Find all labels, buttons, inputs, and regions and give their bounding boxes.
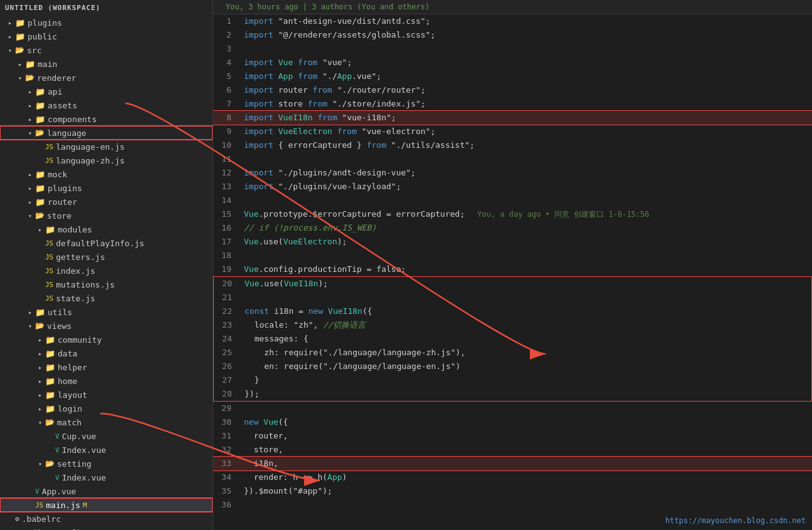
line-number: 20: [214, 277, 242, 291]
code-line-17: 17Vue.use(VueElectron);: [213, 235, 812, 249]
folder-icon: 📁: [35, 308, 45, 317]
tree-label: data: [58, 349, 77, 358]
tree-item-plugins2[interactable]: 📁plugins: [0, 181, 213, 195]
tree-item-language-en[interactable]: JSlanguage-en.js: [0, 140, 213, 153]
tree-label: plugins: [28, 18, 62, 28]
line-content: import { errorCaptured } from "./utils/a…: [241, 138, 812, 152]
tree-item-getters[interactable]: JSgetters.js: [0, 250, 213, 264]
line-number: 17: [213, 235, 241, 249]
line-number: 31: [213, 429, 241, 443]
tree-label: main: [38, 60, 57, 69]
line-number: 12: [213, 166, 241, 180]
tree-item-assets[interactable]: 📁assets: [0, 98, 213, 112]
tree-item-login[interactable]: 📁login: [0, 402, 213, 415]
js-file-icon: JS: [45, 157, 53, 165]
tree-item-plugins[interactable]: 📁plugins: [0, 16, 213, 29]
code-line-9: 9import VueElectron from "vue-electron";: [213, 125, 812, 138]
tree-item-helper[interactable]: 📁helper: [0, 360, 213, 374]
tree-item-setting-index[interactable]: VIndex.vue: [0, 470, 213, 484]
line-number: 26: [214, 360, 242, 373]
code-line-3: 3: [213, 42, 812, 56]
code-line-29: 29: [213, 402, 812, 415]
tree-item-api[interactable]: 📁api: [0, 85, 213, 98]
tree-item-indexjs[interactable]: JSindex.js: [0, 264, 213, 278]
folder-icon: 📁: [25, 60, 35, 69]
tree-item-language-zh[interactable]: JSlanguage-zh.js: [0, 153, 213, 167]
code-line-11: 11: [213, 152, 812, 166]
tree-item-router[interactable]: 📁router: [0, 195, 213, 209]
folder-icon: 📁: [45, 390, 55, 400]
line-number: 4: [213, 56, 241, 70]
line-content: zh: require("./language/language-zh.js")…: [242, 346, 811, 360]
tree-item-components[interactable]: 📁components: [0, 112, 213, 126]
line-content: import App from "./App.vue";: [241, 70, 812, 83]
line-number: 6: [213, 83, 241, 97]
tree-label: login: [58, 404, 82, 413]
folder-icon: 📁: [35, 101, 45, 110]
tree-item-match[interactable]: 📂match: [0, 415, 213, 429]
folder-open-icon: 📂: [45, 459, 55, 468]
tree-item-modules[interactable]: 📁modules: [0, 222, 213, 236]
folder-icon: 📁: [45, 335, 55, 345]
line-content: locale: "zh", //切换语言: [242, 318, 811, 332]
tree-item-app-vue[interactable]: VApp.vue: [0, 484, 213, 498]
sidebar: UNTITLED (WORKSPACE) 📁plugins📁public📂src…: [0, 0, 213, 530]
tree-item-src[interactable]: 📂src: [0, 43, 213, 57]
folder-icon: 📁: [35, 170, 45, 179]
tree-label: Index.vue: [62, 473, 106, 482]
tree-item-defaultPlayInfo[interactable]: JSdefaultPlayInfo.js: [0, 236, 213, 250]
tree-item-utils[interactable]: 📁utils: [0, 305, 213, 319]
line-number: 1: [213, 14, 241, 28]
tree-item-mutations[interactable]: JSmutations.js: [0, 278, 213, 291]
editor-panel: You, 3 hours ago | 3 authors (You and ot…: [213, 0, 812, 530]
tree-item-babelrc[interactable]: ⚙.babelrc: [0, 512, 213, 526]
tree-item-layout[interactable]: 📁layout: [0, 388, 213, 402]
tree-item-community[interactable]: 📁community: [0, 333, 213, 346]
code-line-34: 34 render: h => h(App): [213, 470, 812, 484]
tree-item-data[interactable]: 📁data: [0, 346, 213, 360]
tree-item-main[interactable]: 📁main: [0, 57, 213, 71]
tree-label: utils: [48, 308, 72, 317]
folder-icon: 📁: [35, 197, 45, 207]
tree-item-editorconfig[interactable]: ⚙.editorconfig: [0, 526, 213, 530]
line-number: 21: [214, 291, 242, 304]
chevron-closed-icon: [35, 336, 45, 343]
chevron-closed-icon: [25, 309, 35, 316]
line-number: 32: [213, 443, 241, 457]
tree-item-mainjs[interactable]: JSmain.jsM: [0, 498, 213, 512]
js-file-icon: JS: [45, 253, 53, 261]
line-content: Vue.use(VueElectron);: [241, 235, 812, 249]
tree-item-renderer[interactable]: 📂renderer: [0, 71, 213, 85]
tree-item-index-vue[interactable]: VIndex.vue: [0, 443, 213, 457]
chevron-open-icon: [35, 460, 45, 467]
tree-item-state[interactable]: JSstate.js: [0, 291, 213, 305]
line-number: 24: [214, 332, 242, 346]
tree-item-setting[interactable]: 📂setting: [0, 457, 213, 470]
code-line-19: 19Vue.config.productionTip = false;: [213, 262, 812, 276]
line-number: 16: [213, 221, 241, 235]
chevron-closed-icon: [25, 116, 35, 123]
folder-icon: 📁: [35, 87, 45, 96]
folder-open-icon: 📂: [15, 46, 24, 55]
tree-item-home[interactable]: 📁home: [0, 374, 213, 388]
tree-item-store[interactable]: 📂store: [0, 209, 213, 222]
tree-label: modules: [58, 225, 92, 234]
modified-badge: M: [83, 501, 87, 509]
tree-item-language[interactable]: 📂language: [0, 126, 213, 140]
tree-item-mock[interactable]: 📁mock: [0, 167, 213, 181]
tree-item-views[interactable]: 📂views: [0, 319, 213, 333]
chevron-closed-icon: [5, 33, 15, 40]
tree-item-cup-vue[interactable]: VCup.vue: [0, 429, 213, 443]
line-content: i18n,: [241, 457, 812, 470]
vue-file-icon: V: [55, 446, 60, 454]
tree-item-public[interactable]: 📁public: [0, 29, 213, 43]
code-line-8: 8import VueI18n from "vue-i18n";: [213, 111, 812, 125]
chevron-closed-icon: [35, 226, 45, 233]
line-content: store,: [241, 443, 812, 457]
js-file-icon: JS: [45, 143, 53, 151]
chevron-closed-icon: [25, 102, 35, 109]
line-number: 36: [213, 498, 241, 512]
tree-label: defaultPlayInfo.js: [56, 239, 144, 248]
chevron-open-icon: [25, 130, 35, 137]
chevron-closed-icon: [35, 364, 45, 371]
